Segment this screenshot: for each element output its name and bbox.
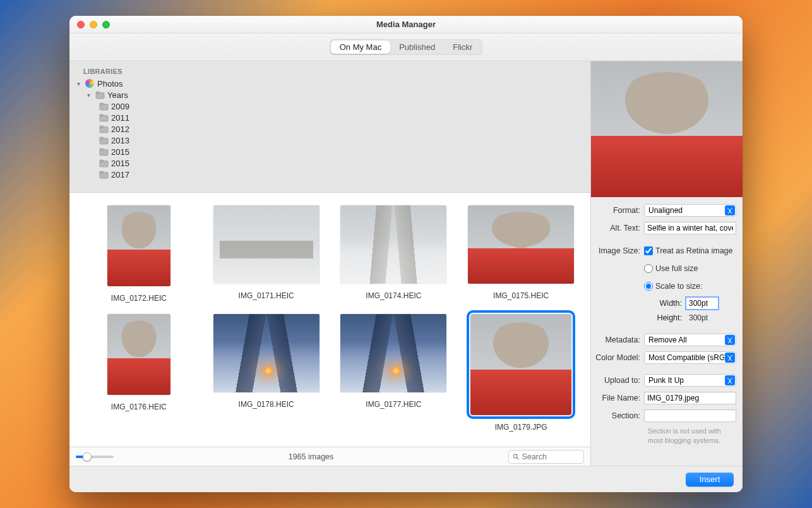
svg-rect-5 [100, 114, 104, 116]
height-value: 300pt [686, 311, 719, 324]
width-input[interactable] [686, 297, 719, 310]
scope-tab-published[interactable]: Published [390, 40, 444, 54]
filename-input[interactable] [644, 392, 736, 404]
section-label: Section: [592, 411, 644, 420]
titlebar: Media Manager [69, 16, 743, 33]
section-input[interactable] [644, 409, 736, 422]
footer: Insert [69, 466, 743, 492]
thumbnail-image[interactable] [468, 205, 574, 284]
full-size-radio[interactable] [644, 264, 653, 273]
thumbnails-grid: IMG_0172.HEICIMG_0171.HEICIMG_0174.HEICI… [69, 193, 590, 439]
thumbnail-image[interactable] [213, 314, 319, 392]
thumbnail-image[interactable] [340, 314, 446, 392]
library-year-label: 2012 [111, 124, 129, 134]
svg-line-17 [517, 457, 518, 459]
thumbnail-filename: IMG_0172.HEIC [81, 294, 197, 303]
thumbnail-image[interactable] [340, 205, 446, 284]
thumbnail-filename: IMG_0171.HEIC [208, 291, 325, 300]
thumbnail-item[interactable]: IMG_0175.HEIC [463, 205, 579, 303]
library-year-row[interactable]: 2017 [69, 169, 590, 180]
content-area: LIBRARIES ▾ Photos ▾ Years 2009201120122… [69, 61, 743, 466]
thumbnail-item[interactable]: IMG_0174.HEIC [336, 205, 452, 303]
folder-icon [99, 158, 109, 168]
library-year-label: 2015 [111, 147, 129, 157]
thumbnail-item[interactable]: IMG_0178.HEIC [208, 314, 325, 432]
thumbnail-image[interactable] [470, 314, 571, 415]
folder-icon [99, 169, 109, 179]
alt-text-input[interactable] [644, 222, 736, 234]
library-year-label: 2013 [111, 136, 129, 145]
library-year-row[interactable]: 2012 [69, 123, 590, 135]
preview-image [591, 61, 743, 197]
upload-to-select[interactable]: Punk It Up [644, 374, 736, 387]
thumbnail-item[interactable]: IMG_0176.HEIC [81, 314, 197, 432]
library-year-row[interactable]: 2009 [69, 100, 590, 112]
thumbnail-item[interactable]: IMG_0177.HEIC [336, 314, 452, 432]
folder-icon [99, 101, 109, 111]
library-year-label: 2015 [111, 159, 129, 168]
scale-size-radio[interactable] [644, 282, 653, 291]
media-manager-window: Media Manager On My MacPublishedFlickr L… [69, 16, 743, 492]
svg-rect-9 [100, 137, 104, 139]
thumbnail-filename: IMG_0175.HEIC [463, 291, 579, 300]
library-year-label: 2017 [111, 170, 129, 179]
library-years-row[interactable]: ▾ Years [69, 89, 590, 100]
thumbnail-filename: IMG_0176.HEIC [81, 402, 197, 411]
scope-tab-on-my-mac[interactable]: On My Mac [331, 40, 390, 54]
folder-icon [99, 147, 109, 157]
retina-checkbox-label: Treat as Retina image [655, 246, 733, 255]
library-year-row[interactable]: 2015 [69, 146, 590, 157]
search-icon [513, 453, 519, 461]
library-year-row[interactable]: 2015 [69, 157, 590, 169]
scale-size-radio-label: Scale to size: [655, 282, 702, 291]
thumbnail-item[interactable]: IMG_0172.HEIC [81, 205, 197, 303]
image-size-label: Image Size: [592, 246, 644, 255]
main-column: LIBRARIES ▾ Photos ▾ Years 2009201120122… [69, 61, 591, 466]
color-model-select[interactable]: Most Compatible (sRGB) [644, 351, 736, 364]
thumbnail-filename: IMG_0179.JPG [463, 423, 579, 432]
thumbnail-image[interactable] [107, 205, 170, 286]
library-year-row[interactable]: 2011 [69, 112, 590, 123]
metadata-select[interactable]: Remove All [644, 334, 736, 346]
width-label: Width: [655, 299, 682, 308]
thumbnail-image[interactable] [107, 314, 170, 395]
format-select[interactable]: Unaligned [644, 204, 736, 217]
scope-segmented-control: On My MacPublishedFlickr [330, 39, 483, 55]
thumbnail-image[interactable] [213, 205, 319, 284]
scope-tab-flickr[interactable]: Flickr [444, 40, 481, 54]
folder-icon [99, 124, 109, 134]
thumbnail-filename: IMG_0177.HEIC [336, 400, 452, 409]
insert-button[interactable]: Insert [686, 473, 734, 487]
window-title: Media Manager [69, 20, 743, 29]
library-photos-row[interactable]: ▾ Photos [69, 78, 590, 89]
library-year-label: 2011 [111, 113, 129, 123]
thumbnail-item[interactable]: IMG_0179.JPG [463, 314, 579, 432]
color-model-label: Color Model: [592, 353, 644, 362]
search-field[interactable] [508, 450, 584, 464]
thumbnail-item[interactable]: IMG_0171.HEIC [208, 205, 325, 303]
library-sidebar[interactable]: LIBRARIES ▾ Photos ▾ Years 2009201120122… [69, 61, 590, 193]
svg-rect-11 [100, 148, 104, 150]
search-input[interactable] [522, 452, 580, 461]
preview-image-content [591, 61, 743, 197]
photos-app-icon [85, 78, 95, 88]
svg-rect-3 [100, 103, 104, 105]
thumbnail-zoom-slider[interactable] [76, 456, 114, 458]
metadata-label: Metadata: [592, 336, 644, 344]
inspector-panel: Format: Unaligned Alt. Text: Image Size: [591, 61, 743, 466]
disclosure-triangle-icon[interactable]: ▾ [85, 91, 92, 99]
library-year-row[interactable]: 2013 [69, 135, 590, 146]
upload-to-label: Upload to: [592, 376, 644, 385]
disclosure-triangle-icon[interactable]: ▾ [75, 80, 82, 87]
svg-rect-13 [100, 160, 104, 162]
thumbnail-filename: IMG_0174.HEIC [336, 291, 452, 300]
height-label: Height: [655, 313, 682, 322]
svg-rect-7 [100, 126, 104, 128]
retina-checkbox[interactable] [644, 246, 653, 255]
format-label: Format: [592, 206, 644, 215]
library-photos-label: Photos [97, 79, 122, 88]
thumbnails-scroll[interactable]: IMG_0172.HEICIMG_0171.HEICIMG_0174.HEICI… [69, 193, 590, 447]
library-year-label: 2009 [111, 102, 129, 111]
svg-rect-15 [100, 171, 104, 173]
folder-icon [99, 112, 109, 123]
